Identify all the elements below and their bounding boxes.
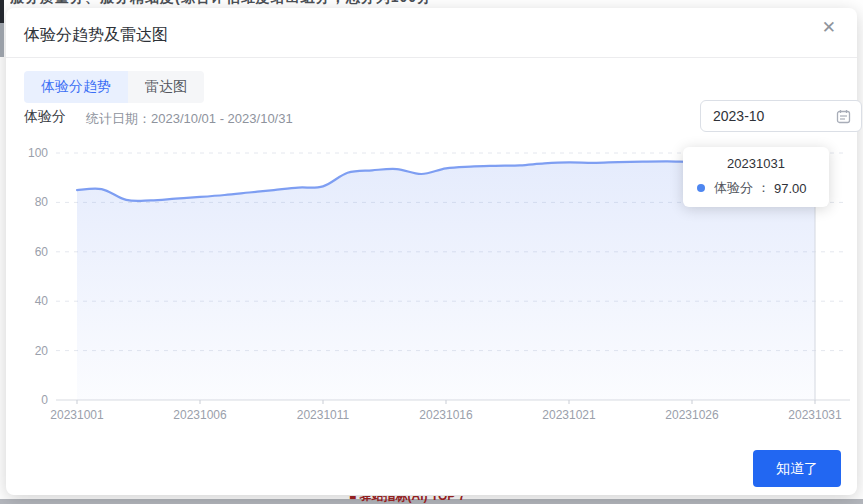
tooltip-date: 20231031 <box>697 156 815 171</box>
x-axis-tick-label: 20231011 <box>297 408 350 422</box>
x-axis-tick-label: 20231006 <box>173 408 227 422</box>
date-range-label: 统计日期：2023/10/01 - 2023/10/31 <box>86 110 293 128</box>
x-axis-tick-label: 20231001 <box>50 408 104 422</box>
tab-radar[interactable]: 雷达图 <box>128 71 204 103</box>
tooltip-series-row: 体验分 ： 97.00 <box>697 179 815 197</box>
page: 服务质量分、服务精细度(综合评估维度给出组分，总分为100分 ■ 驿站指标(AI… <box>0 0 863 504</box>
confirm-button[interactable]: 知道了 <box>753 450 841 487</box>
title-divider <box>6 57 857 58</box>
tooltip-series-label: 体验分 <box>714 179 753 197</box>
y-axis-tick-label: 40 <box>35 294 49 308</box>
y-axis-tick-label: 80 <box>35 195 49 209</box>
x-axis-tick-label: 20231016 <box>419 408 473 422</box>
x-axis-tick-label: 20231031 <box>788 408 842 422</box>
background-bottom-clipped-text: ■ 驿站指标(AI) TOP 7 <box>349 496 465 504</box>
month-picker-value: 2023-10 <box>713 108 836 124</box>
tooltip-value: 97.00 <box>774 181 807 196</box>
y-axis-tick-label: 20 <box>35 344 49 358</box>
tab-bar: 体验分趋势 雷达图 <box>24 71 204 103</box>
y-axis-tick-label: 0 <box>41 393 48 407</box>
trend-radar-modal: 体验分趋势及雷达图 ✕ 体验分趋势 雷达图 体验分 统计日期：2023/10/0… <box>6 8 857 495</box>
modal-title: 体验分趋势及雷达图 <box>24 25 168 46</box>
calendar-icon <box>836 109 851 124</box>
chart-tooltip: 20231031 体验分 ： 97.00 <box>683 147 829 207</box>
y-axis-tick-label: 100 <box>28 146 48 160</box>
tooltip-series-dot <box>697 184 705 192</box>
y-axis-tick-label: 60 <box>35 245 49 259</box>
x-axis-tick-label: 20231021 <box>542 408 596 422</box>
metric-label: 体验分 <box>24 108 66 126</box>
month-picker[interactable]: 2023-10 <box>700 100 862 132</box>
tab-trend[interactable]: 体验分趋势 <box>24 71 128 103</box>
x-axis-tick-label: 20231026 <box>665 408 719 422</box>
close-icon[interactable]: ✕ <box>822 19 836 36</box>
tooltip-separator: ： <box>757 179 770 197</box>
background-sidebar-edge <box>0 0 4 57</box>
